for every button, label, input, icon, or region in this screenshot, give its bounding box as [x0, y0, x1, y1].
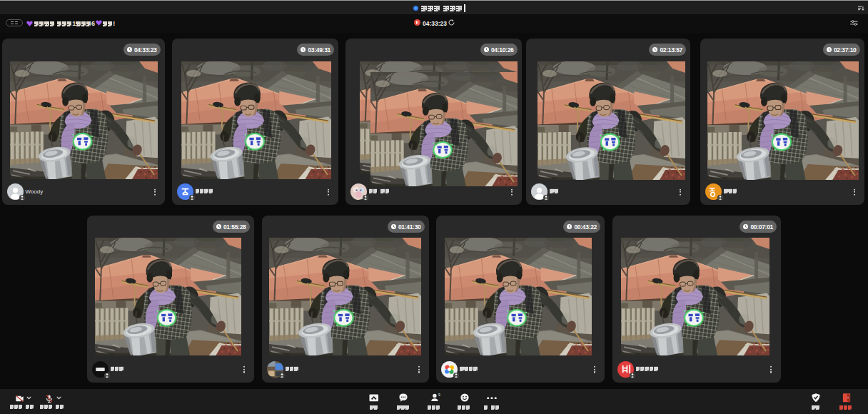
svg-text:9: 9 — [438, 393, 440, 397]
